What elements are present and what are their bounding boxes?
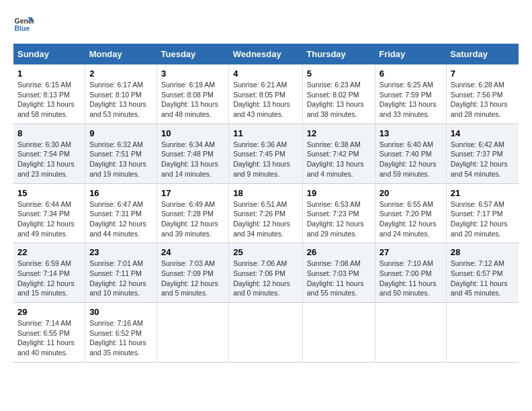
calendar-cell: 27Sunrise: 7:10 AMSunset: 7:00 PMDayligh… [375, 243, 446, 303]
calendar-cell: 6Sunrise: 6:25 AMSunset: 7:59 PMDaylight… [375, 64, 446, 124]
weekday-header: Thursday [302, 44, 375, 64]
day-number: 28 [451, 247, 515, 257]
day-number: 21 [451, 188, 515, 198]
day-info: Sunrise: 7:10 AMSunset: 7:00 PMDaylight:… [380, 259, 442, 298]
day-info: Sunrise: 7:06 AMSunset: 7:06 PMDaylight:… [233, 259, 298, 298]
day-info: Sunrise: 6:55 AMSunset: 7:20 PMDaylight:… [380, 199, 442, 239]
weekday-header: Friday [375, 44, 446, 64]
day-info: Sunrise: 6:25 AMSunset: 7:59 PMDaylight:… [380, 80, 442, 120]
day-info: Sunrise: 7:12 AMSunset: 6:57 PMDaylight:… [451, 259, 515, 298]
calendar-cell: 5Sunrise: 6:23 AMSunset: 8:02 PMDaylight… [302, 64, 375, 124]
day-number: 12 [307, 128, 371, 138]
calendar-week-row: 22Sunrise: 6:59 AMSunset: 7:14 PMDayligh… [13, 243, 519, 303]
day-info: Sunrise: 6:44 AMSunset: 7:34 PMDaylight:… [17, 199, 81, 239]
day-info: Sunrise: 6:23 AMSunset: 8:02 PMDaylight:… [307, 80, 371, 120]
calendar-cell: 10Sunrise: 6:34 AMSunset: 7:48 PMDayligh… [157, 124, 229, 183]
day-number: 13 [380, 128, 442, 138]
day-number: 7 [451, 68, 515, 79]
logo: General Blue [13, 13, 34, 34]
calendar-cell: 23Sunrise: 7:01 AMSunset: 7:11 PMDayligh… [85, 243, 157, 303]
calendar-cell: 14Sunrise: 6:42 AMSunset: 7:37 PMDayligh… [446, 124, 519, 183]
calendar-week-row: 1Sunrise: 6:15 AMSunset: 8:13 PMDaylight… [13, 64, 519, 124]
day-number: 19 [307, 188, 371, 198]
day-number: 14 [451, 128, 515, 138]
day-number: 11 [233, 128, 298, 138]
day-info: Sunrise: 7:03 AMSunset: 7:09 PMDaylight:… [161, 259, 224, 298]
day-number: 9 [89, 128, 152, 138]
calendar-cell: 20Sunrise: 6:55 AMSunset: 7:20 PMDayligh… [375, 183, 446, 243]
day-info: Sunrise: 6:53 AMSunset: 7:23 PMDaylight:… [307, 199, 371, 239]
calendar-cell: 8Sunrise: 6:30 AMSunset: 7:54 PMDaylight… [13, 124, 85, 183]
calendar-cell: 12Sunrise: 6:38 AMSunset: 7:42 PMDayligh… [302, 124, 375, 183]
day-info: Sunrise: 6:30 AMSunset: 7:54 PMDaylight:… [17, 140, 81, 179]
day-info: Sunrise: 6:57 AMSunset: 7:17 PMDaylight:… [451, 199, 515, 239]
day-number: 2 [89, 68, 152, 79]
day-info: Sunrise: 6:38 AMSunset: 7:42 PMDaylight:… [307, 140, 371, 179]
day-info: Sunrise: 7:16 AMSunset: 6:52 PMDaylight:… [89, 318, 152, 358]
calendar-cell: 4Sunrise: 6:21 AMSunset: 8:05 PMDaylight… [229, 64, 303, 124]
day-number: 8 [17, 128, 81, 138]
day-info: Sunrise: 6:51 AMSunset: 7:26 PMDaylight:… [233, 199, 298, 239]
day-number: 20 [380, 188, 442, 198]
calendar-table: SundayMondayTuesdayWednesdayThursdayFrid… [13, 44, 519, 363]
day-number: 15 [17, 188, 81, 198]
day-info: Sunrise: 6:15 AMSunset: 8:13 PMDaylight:… [17, 80, 81, 120]
day-number: 4 [233, 68, 298, 79]
day-number: 23 [89, 247, 152, 257]
day-number: 22 [17, 247, 81, 257]
day-info: Sunrise: 6:47 AMSunset: 7:31 PMDaylight:… [89, 199, 152, 239]
day-info: Sunrise: 6:49 AMSunset: 7:28 PMDaylight:… [161, 199, 224, 239]
calendar-week-row: 29Sunrise: 7:14 AMSunset: 6:55 PMDayligh… [13, 303, 519, 363]
calendar-cell: 3Sunrise: 6:19 AMSunset: 8:08 PMDaylight… [157, 64, 229, 124]
calendar-cell [446, 303, 519, 363]
calendar-cell: 1Sunrise: 6:15 AMSunset: 8:13 PMDaylight… [13, 64, 85, 124]
calendar-cell: 21Sunrise: 6:57 AMSunset: 7:17 PMDayligh… [446, 183, 519, 243]
day-number: 29 [17, 307, 81, 317]
svg-text:Blue: Blue [15, 24, 30, 32]
day-info: Sunrise: 6:19 AMSunset: 8:08 PMDaylight:… [161, 80, 224, 120]
day-number: 1 [17, 68, 81, 79]
calendar-cell: 13Sunrise: 6:40 AMSunset: 7:40 PMDayligh… [375, 124, 446, 183]
day-info: Sunrise: 6:34 AMSunset: 7:48 PMDaylight:… [161, 140, 224, 179]
page-header: General Blue [13, 13, 519, 34]
logo-icon: General Blue [13, 13, 34, 34]
day-number: 25 [233, 247, 298, 257]
day-info: Sunrise: 6:36 AMSunset: 7:45 PMDaylight:… [233, 140, 298, 179]
calendar-week-row: 8Sunrise: 6:30 AMSunset: 7:54 PMDaylight… [13, 124, 519, 183]
day-info: Sunrise: 6:40 AMSunset: 7:40 PMDaylight:… [380, 140, 442, 179]
calendar-cell: 30Sunrise: 7:16 AMSunset: 6:52 PMDayligh… [85, 303, 157, 363]
calendar-cell: 2Sunrise: 6:17 AMSunset: 8:10 PMDaylight… [85, 64, 157, 124]
weekday-header: Monday [85, 44, 157, 64]
calendar-cell: 19Sunrise: 6:53 AMSunset: 7:23 PMDayligh… [302, 183, 375, 243]
day-number: 17 [161, 188, 224, 198]
day-number: 5 [307, 68, 371, 79]
day-number: 26 [307, 247, 371, 257]
day-number: 30 [89, 307, 152, 317]
calendar-cell: 26Sunrise: 7:08 AMSunset: 7:03 PMDayligh… [302, 243, 375, 303]
day-info: Sunrise: 6:59 AMSunset: 7:14 PMDaylight:… [17, 259, 81, 298]
calendar-cell [157, 303, 229, 363]
calendar-cell: 24Sunrise: 7:03 AMSunset: 7:09 PMDayligh… [157, 243, 229, 303]
calendar-cell: 25Sunrise: 7:06 AMSunset: 7:06 PMDayligh… [229, 243, 303, 303]
day-info: Sunrise: 7:08 AMSunset: 7:03 PMDaylight:… [307, 259, 371, 298]
weekday-header: Tuesday [157, 44, 229, 64]
day-info: Sunrise: 6:42 AMSunset: 7:37 PMDaylight:… [451, 140, 515, 179]
calendar-cell: 7Sunrise: 6:28 AMSunset: 7:56 PMDaylight… [446, 64, 519, 124]
calendar-cell: 22Sunrise: 6:59 AMSunset: 7:14 PMDayligh… [13, 243, 85, 303]
weekday-header: Wednesday [229, 44, 303, 64]
day-number: 18 [233, 188, 298, 198]
calendar-cell: 29Sunrise: 7:14 AMSunset: 6:55 PMDayligh… [13, 303, 85, 363]
day-number: 10 [161, 128, 224, 138]
day-info: Sunrise: 6:17 AMSunset: 8:10 PMDaylight:… [89, 80, 152, 120]
calendar-week-row: 15Sunrise: 6:44 AMSunset: 7:34 PMDayligh… [13, 183, 519, 243]
calendar-cell: 17Sunrise: 6:49 AMSunset: 7:28 PMDayligh… [157, 183, 229, 243]
day-info: Sunrise: 6:32 AMSunset: 7:51 PMDaylight:… [89, 140, 152, 179]
day-number: 27 [380, 247, 442, 257]
calendar-cell: 15Sunrise: 6:44 AMSunset: 7:34 PMDayligh… [13, 183, 85, 243]
day-number: 16 [89, 188, 152, 198]
calendar-cell [375, 303, 446, 363]
day-number: 6 [380, 68, 442, 79]
calendar-cell [302, 303, 375, 363]
day-info: Sunrise: 7:01 AMSunset: 7:11 PMDaylight:… [89, 259, 152, 298]
calendar-cell: 11Sunrise: 6:36 AMSunset: 7:45 PMDayligh… [229, 124, 303, 183]
